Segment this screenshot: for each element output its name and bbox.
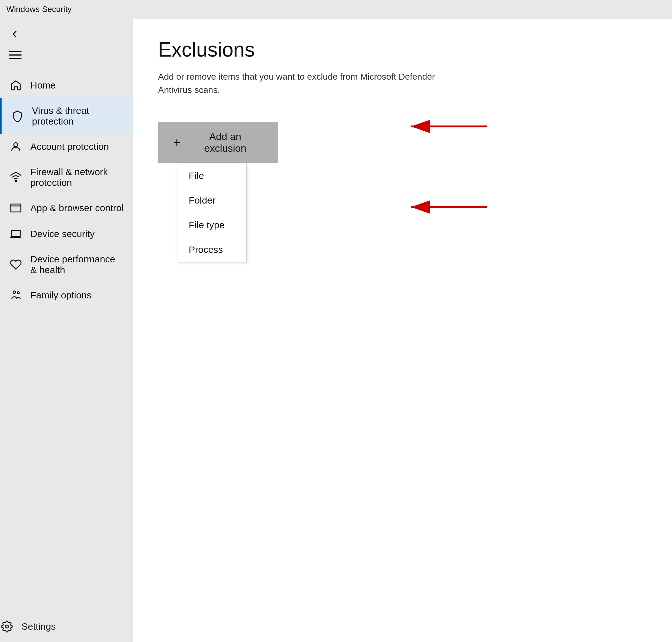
sidebar-item-firewall-label: Firewall & network protection xyxy=(30,167,124,188)
browser-icon xyxy=(10,202,22,214)
dropdown-item-file[interactable]: File xyxy=(177,164,246,188)
svg-point-3 xyxy=(14,143,18,147)
svg-rect-5 xyxy=(11,204,21,212)
sidebar-item-device-health[interactable]: Device performance & health xyxy=(0,247,133,282)
heart-icon xyxy=(10,259,22,271)
main-content: Exclusions Add or remove items that you … xyxy=(133,19,672,642)
page-description: Add or remove items that you want to exc… xyxy=(158,70,442,97)
hamburger-icon xyxy=(9,49,22,61)
sidebar-item-device-security-label: Device security xyxy=(30,229,94,239)
sidebar-item-home[interactable]: Home xyxy=(0,73,133,98)
sidebar-item-app-browser-label: App & browser control xyxy=(30,203,124,213)
sidebar-item-virus-label: Virus & threat protection xyxy=(32,105,124,127)
sidebar-item-account[interactable]: Account protection xyxy=(0,134,133,159)
app-container: Home Virus & threat protection xyxy=(0,19,672,642)
back-arrow-icon xyxy=(9,28,20,40)
add-exclusion-label: Add an exclusion xyxy=(188,131,263,154)
wifi-icon xyxy=(10,171,22,183)
dropdown-item-folder[interactable]: Folder xyxy=(177,188,246,213)
svg-point-10 xyxy=(5,625,9,628)
app-title: Windows Security xyxy=(6,4,72,14)
svg-point-4 xyxy=(15,180,17,182)
red-arrow-folder-icon xyxy=(404,197,487,217)
home-icon xyxy=(10,79,22,91)
add-exclusion-button[interactable]: + Add an exclusion xyxy=(158,122,278,163)
back-button[interactable] xyxy=(0,19,133,43)
svg-point-9 xyxy=(17,292,19,294)
sidebar: Home Virus & threat protection xyxy=(0,19,133,642)
sidebar-item-virus[interactable]: Virus & threat protection xyxy=(0,98,133,134)
red-arrow-add-exclusion-icon xyxy=(404,117,487,136)
arrow-add-exclusion xyxy=(404,117,487,136)
gear-icon xyxy=(1,620,13,632)
sidebar-item-home-label: Home xyxy=(30,80,56,91)
plus-icon: + xyxy=(173,136,180,149)
sidebar-item-device-health-label: Device performance & health xyxy=(30,254,124,275)
family-icon xyxy=(10,289,22,301)
person-icon xyxy=(10,141,22,153)
sidebar-item-family[interactable]: Family options xyxy=(0,282,133,308)
title-bar: Windows Security xyxy=(0,0,672,19)
page-title: Exclusions xyxy=(158,38,647,61)
add-exclusion-container: + Add an exclusion File Folder File type… xyxy=(158,122,278,163)
dropdown-item-file-type[interactable]: File type xyxy=(177,213,246,237)
sidebar-settings-label: Settings xyxy=(22,621,56,632)
sidebar-item-firewall[interactable]: Firewall & network protection xyxy=(0,159,133,195)
hamburger-button[interactable] xyxy=(0,43,133,73)
sidebar-item-settings[interactable]: Settings xyxy=(0,620,133,632)
sidebar-item-account-label: Account protection xyxy=(30,141,109,152)
sidebar-item-device-security[interactable]: Device security xyxy=(0,221,133,247)
shield-icon xyxy=(11,110,23,122)
sidebar-item-family-label: Family options xyxy=(30,290,91,300)
svg-rect-7 xyxy=(11,230,21,236)
svg-point-8 xyxy=(13,291,15,294)
exclusion-dropdown-menu: File Folder File type Process xyxy=(177,163,247,262)
arrow-folder xyxy=(404,197,487,217)
sidebar-item-app-browser[interactable]: App & browser control xyxy=(0,195,133,221)
laptop-icon xyxy=(10,228,22,240)
dropdown-item-process[interactable]: Process xyxy=(177,237,246,262)
sidebar-nav: Home Virus & threat protection xyxy=(0,73,133,620)
